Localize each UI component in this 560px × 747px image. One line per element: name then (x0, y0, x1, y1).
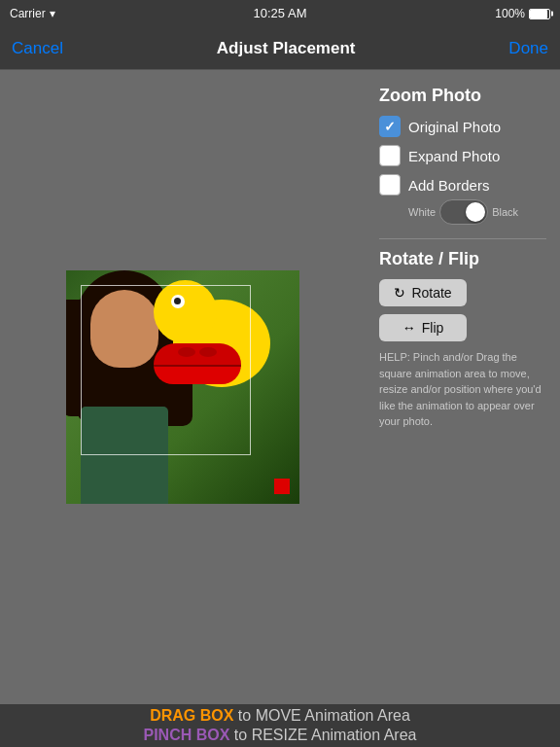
battery-icon (529, 9, 550, 19)
drag-box-text: DRAG BOX (150, 707, 233, 724)
nav-title: Adjust Placement (217, 39, 356, 58)
lips-overlay (154, 343, 241, 382)
animation-overlay[interactable] (124, 280, 280, 436)
border-color-toggle[interactable]: White Black (408, 199, 546, 225)
duck-head (154, 280, 217, 343)
carrier-text: Carrier (10, 7, 46, 20)
expand-photo-row[interactable]: Expand Photo (379, 145, 546, 166)
add-borders-label: Add Borders (408, 177, 489, 194)
resize-handle[interactable] (274, 479, 290, 494)
wifi-icon: ▾ (50, 7, 55, 20)
duck-eye (171, 295, 185, 308)
add-borders-checkbox[interactable] (379, 174, 401, 196)
rotate-label: Rotate (411, 285, 451, 301)
photo-area[interactable] (0, 70, 366, 704)
bottom-line-1: DRAG BOX to MOVE Animation Area (150, 707, 410, 725)
bottom-line-2: PINCH BOX to RESIZE Animation Area (143, 727, 416, 744)
flip-icon: ↔ (402, 320, 416, 336)
status-right: 100% (495, 7, 550, 20)
nav-bar: Cancel Adjust Placement Done (0, 27, 560, 70)
drag-action-text: to MOVE Animation Area (238, 707, 410, 724)
bottom-bar: DRAG BOX to MOVE Animation Area PINCH BO… (0, 704, 560, 747)
add-borders-row[interactable]: Add Borders (379, 174, 546, 196)
main-content: Zoom Photo Original Photo Expand Photo A… (0, 70, 560, 704)
flip-button[interactable]: ↔ Flip (379, 314, 467, 341)
original-photo-row[interactable]: Original Photo (379, 116, 546, 137)
original-photo-checkbox[interactable] (379, 116, 401, 137)
photo-container[interactable] (66, 270, 299, 504)
rotate-button[interactable]: ↻ Rotate (379, 279, 467, 306)
pinch-action-text: to RESIZE Animation Area (234, 727, 417, 743)
status-bar: Carrier ▾ 10:25 AM 100% (0, 0, 560, 27)
rotate-icon: ↻ (394, 285, 405, 301)
status-left: Carrier ▾ (10, 7, 55, 20)
original-photo-label: Original Photo (408, 119, 501, 135)
done-button[interactable]: Done (508, 39, 548, 58)
toggle-knob (466, 202, 485, 222)
zoom-photo-title: Zoom Photo (379, 86, 546, 106)
right-panel: Zoom Photo Original Photo Expand Photo A… (366, 70, 560, 704)
toggle-switch[interactable] (439, 199, 488, 225)
section-divider (379, 238, 546, 239)
status-time: 10:25 AM (254, 6, 307, 20)
pinch-box-text: PINCH BOX (143, 727, 229, 743)
cancel-button[interactable]: Cancel (12, 39, 63, 58)
lip-upper (154, 343, 241, 365)
expand-photo-checkbox[interactable] (379, 145, 401, 166)
battery-percent: 100% (495, 7, 525, 20)
help-text: HELP: Pinch and/or Drag the square anima… (379, 349, 546, 430)
lip-lower (154, 365, 241, 384)
expand-photo-label: Expand Photo (408, 148, 500, 164)
toggle-black-label: Black (492, 206, 518, 218)
flip-label: Flip (422, 320, 444, 336)
toggle-white-label: White (408, 206, 436, 218)
rotate-flip-title: Rotate / Flip (379, 249, 546, 269)
